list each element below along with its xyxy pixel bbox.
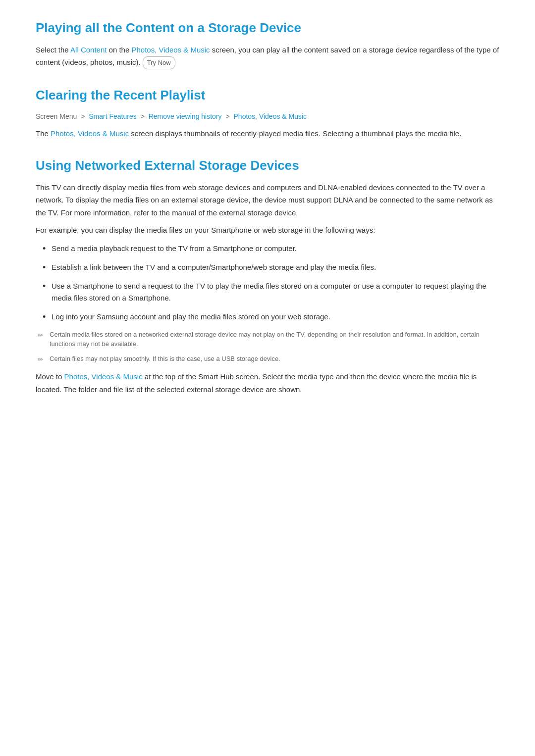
- photos-videos-music-link-1[interactable]: Photos, Videos & Music: [131, 46, 210, 54]
- breadcrumb-remove-viewing[interactable]: Remove viewing history: [149, 112, 222, 120]
- section1-body: Select the All Content on the Photos, Vi…: [36, 44, 499, 70]
- photos-videos-music-link-2[interactable]: Photos, Videos & Music: [51, 129, 129, 138]
- section2-text-after: screen displays thumbnails of recently-p…: [129, 129, 461, 138]
- note-item-1: Certain media files stored on a networke…: [36, 330, 499, 349]
- breadcrumb-smart-features[interactable]: Smart Features: [89, 112, 136, 120]
- breadcrumb-sep2: >: [141, 112, 145, 120]
- breadcrumb-sep3: >: [225, 112, 229, 120]
- try-now-button[interactable]: Try Now: [143, 56, 175, 69]
- breadcrumb-sep1: >: [81, 112, 85, 120]
- bullet-item-4: Log into your Samsung account and play t…: [41, 311, 499, 323]
- breadcrumb: Screen Menu > Smart Features > Remove vi…: [36, 111, 499, 122]
- photos-videos-music-link-3[interactable]: Photos, Videos & Music: [64, 372, 143, 381]
- bullet-item-3: Use a Smartphone to send a request to th…: [41, 280, 499, 304]
- section1-paragraph: Select the All Content on the Photos, Vi…: [36, 44, 499, 70]
- section-playing-content: Playing all the Content on a Storage Dev…: [36, 20, 499, 69]
- section-clearing-playlist: Clearing the Recent Playlist Screen Menu…: [36, 87, 499, 140]
- breadcrumb-photos-videos-music[interactable]: Photos, Videos & Music: [234, 112, 307, 120]
- section2-title: Clearing the Recent Playlist: [36, 87, 499, 104]
- section3-title: Using Networked External Storage Devices: [36, 157, 499, 174]
- section2-body: The Photos, Videos & Music screen displa…: [36, 127, 499, 140]
- section1-text-before: Select the: [36, 46, 70, 54]
- section3-para1: This TV can directly display media files…: [36, 181, 499, 219]
- section2-paragraph: The Photos, Videos & Music screen displa…: [36, 127, 499, 140]
- section3-para3: Move to Photos, Videos & Music at the to…: [36, 370, 499, 396]
- section-networked-storage: Using Networked External Storage Devices…: [36, 157, 499, 396]
- section2-text-before: The: [36, 129, 51, 138]
- all-content-link[interactable]: All Content: [70, 46, 107, 54]
- note-list: Certain media files stored on a networke…: [36, 330, 499, 364]
- bullet-item-2: Establish a link between the TV and a co…: [41, 261, 499, 273]
- breadcrumb-part1: Screen Menu: [36, 112, 77, 120]
- section1-title: Playing all the Content on a Storage Dev…: [36, 20, 499, 37]
- bullet-list: Send a media playback request to the TV …: [36, 243, 499, 323]
- section3-para2: For example, you can display the media f…: [36, 224, 499, 237]
- page-container: Playing all the Content on a Storage Dev…: [0, 0, 535, 443]
- section3-para3-before: Move to: [36, 372, 64, 381]
- note-item-2: Certain files may not play smoothly. If …: [36, 354, 499, 364]
- section3-body: This TV can directly display media files…: [36, 181, 499, 396]
- section1-text-middle1: on the: [107, 46, 131, 54]
- bullet-item-1: Send a media playback request to the TV …: [41, 243, 499, 254]
